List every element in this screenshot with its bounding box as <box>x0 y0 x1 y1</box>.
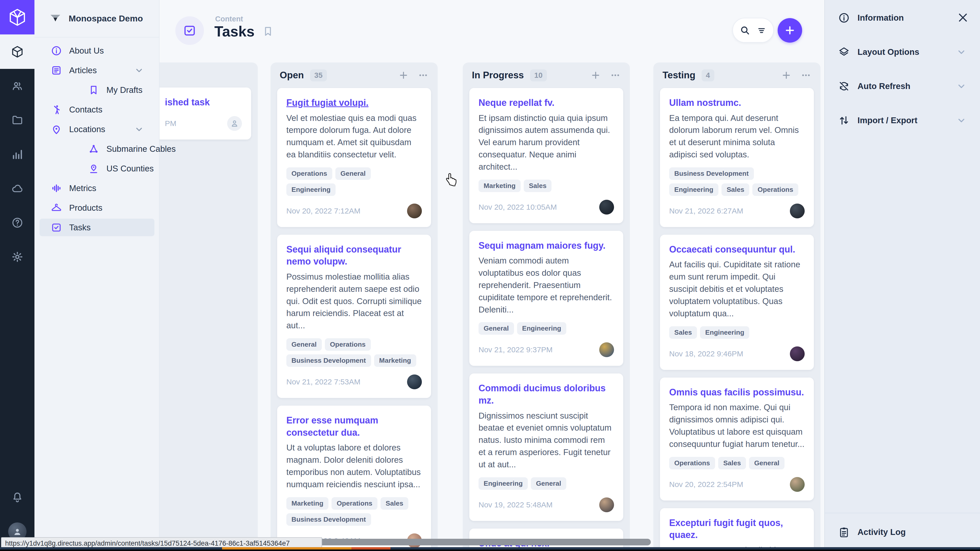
horizontal-scrollbar[interactable] <box>313 539 651 545</box>
panel-section-layout-options[interactable]: Layout Options <box>825 35 980 69</box>
module-users[interactable] <box>0 69 35 103</box>
sidebar-item-articles[interactable]: Articles <box>35 60 159 80</box>
settings-gear-icon <box>11 251 24 263</box>
task-card[interactable]: Error esse numquam consectetur dua.Ut a … <box>277 406 431 551</box>
avatar <box>407 375 422 389</box>
layers-icon <box>838 46 850 58</box>
column-menu-icon[interactable] <box>800 70 811 81</box>
fan-logo-icon <box>49 13 62 25</box>
task-card-title[interactable]: ished task <box>165 96 242 108</box>
avatar <box>790 346 805 361</box>
task-card[interactable]: Excepturi fugit fugit quos, quaez.Ipsa n… <box>660 508 814 551</box>
bottom-black-bar <box>0 549 980 551</box>
collection-icon-badge <box>175 16 204 45</box>
task-card-title[interactable]: Omnis quas facilis possimusu. <box>669 386 805 399</box>
person-wave-icon <box>51 104 62 115</box>
task-card[interactable]: Sequi magnam maiores fugy.Veniam commodi… <box>469 231 623 366</box>
task-card-title[interactable]: Neque repellat fv. <box>479 97 614 109</box>
sidebar-item-activity-log[interactable]: Activity Log <box>825 513 980 551</box>
task-card[interactable]: ished taskPM <box>159 87 251 140</box>
task-card-tags: Business DevelopmentEngineeringSalesOper… <box>669 167 805 196</box>
right-sidebar: InformationLayout OptionsAuto RefreshImp… <box>824 0 980 551</box>
task-card-date: Nov 21, 2022 6:27AM <box>669 206 743 215</box>
task-card[interactable]: Sequi aliquid consequatur nemo volupw.Po… <box>277 235 431 398</box>
task-card-title[interactable]: Error esse numquam consectetur dua. <box>286 414 422 438</box>
task-card[interactable]: Commodi ducimus doloribus mz.Dignissimos… <box>469 373 623 521</box>
equalizer-icon <box>51 183 62 194</box>
activity-log-label: Activity Log <box>858 527 906 537</box>
module-settings-gear[interactable] <box>0 240 35 274</box>
task-card-title[interactable]: Sequi magnam maiores fugy. <box>479 240 614 252</box>
project-switcher[interactable]: Monospace Demo <box>35 0 159 38</box>
avatar <box>599 342 614 357</box>
app-logo[interactable] <box>0 0 35 35</box>
column-title: In Progress <box>472 70 524 81</box>
sidebar-item-submarine-cables[interactable]: Submarine Cables <box>35 139 159 159</box>
task-card-title[interactable]: Sequi aliquid consequatur nemo volupw. <box>286 243 422 268</box>
chevron-down-icon <box>956 81 967 92</box>
module-content-active[interactable] <box>0 35 35 69</box>
task-card-title[interactable]: Ullam nostrumc. <box>669 97 805 109</box>
chevron-down-icon <box>134 124 144 135</box>
sidebar-item-metrics[interactable]: Metrics <box>35 178 159 198</box>
task-card[interactable]: Occaecati consequuntur qul.Aut facilis q… <box>660 235 814 370</box>
task-card-description: Vel et molestiae quis ea modi quas tempo… <box>286 112 422 161</box>
panel-section-information[interactable]: Information <box>825 1 980 35</box>
column-count-badge: 10 <box>530 69 547 81</box>
task-card-tags: GeneralEngineering <box>479 322 614 335</box>
task-card-date: Nov 19, 2022 5:48AM <box>479 500 552 509</box>
task-card-description: Possimus molestiae mollitia alias repreh… <box>286 271 422 332</box>
sidebar-item-label: Metrics <box>69 183 96 193</box>
add-item-button[interactable] <box>778 18 802 43</box>
task-card-meta: Nov 20, 2022 2:54PM <box>669 477 805 492</box>
task-card-title[interactable]: Excepturi fugit fugit quos, quaez. <box>669 517 805 541</box>
chevron-down-icon <box>134 65 144 76</box>
module-insights[interactable] <box>0 137 35 171</box>
sidebar-item-products[interactable]: Products <box>35 198 159 218</box>
module-help[interactable] <box>0 206 35 240</box>
kanban-column-testing: Testing4Ullam nostrumc.Ea tempora qui. A… <box>653 62 821 551</box>
task-card-date: Nov 18, 2022 9:46PM <box>669 349 743 358</box>
sidebar-item-about-us[interactable]: About Us <box>35 41 159 60</box>
sidebar-item-contacts[interactable]: Contacts <box>35 100 159 119</box>
tag-chip: Sales <box>380 497 408 510</box>
tag-chip: Engineering <box>286 183 336 196</box>
column-menu-icon[interactable] <box>610 70 620 81</box>
import-export-icon <box>838 114 850 126</box>
tag-chip: Engineering <box>479 477 528 490</box>
column-add-icon[interactable] <box>781 70 792 81</box>
help-icon <box>11 217 24 229</box>
main-content: Content Tasks ished taskPMOpen35Fugit fu… <box>159 0 824 551</box>
sidebar-item-locations[interactable]: Locations <box>35 119 159 139</box>
task-card[interactable]: Fugit fugiat volupi.Vel et molestiae qui… <box>277 88 431 227</box>
task-card[interactable]: Ullam nostrumc.Ea tempora qui. Aut deser… <box>660 88 814 227</box>
module-files-folder[interactable] <box>0 103 35 137</box>
task-card-description: Ea tempora qui. Aut deserunt dolorum lab… <box>669 112 805 161</box>
kanban-column-partial: ished taskPM <box>159 62 258 551</box>
task-card-title[interactable]: Fugit fugiat volupi. <box>286 97 422 109</box>
sidebar-item-tasks[interactable]: Tasks <box>35 218 159 237</box>
task-card[interactable]: Neque repellat fv.Et ipsam distinctio qu… <box>469 88 623 223</box>
tag-chip: Operations <box>669 457 715 469</box>
notifications-button[interactable] <box>0 480 35 514</box>
task-card-meta: Nov 20, 2022 10:05AM <box>479 200 614 214</box>
kanban-column-open: Open35Fugit fugiat volupi.Vel et molesti… <box>270 62 438 551</box>
sidebar-item-us-counties[interactable]: US Counties <box>35 159 159 178</box>
panel-section-import-export[interactable]: Import / Export <box>825 103 980 138</box>
column-add-icon[interactable] <box>398 70 409 81</box>
progress-strip-segment <box>390 547 980 549</box>
insights-icon <box>11 148 24 160</box>
sync-disabled-icon <box>838 80 850 92</box>
task-card[interactable]: Omnis quas facilis possimusu.Tempora id … <box>660 378 814 500</box>
bookmark-icon[interactable] <box>262 25 274 37</box>
task-card-title[interactable]: Occaecati consequuntur qul. <box>669 243 805 256</box>
search-filter-control[interactable] <box>732 18 774 43</box>
task-card-title[interactable]: Commodi ducimus doloribus mz. <box>479 382 614 407</box>
tag-chip: Sales <box>669 326 697 339</box>
column-menu-icon[interactable] <box>418 70 428 81</box>
pin-underline-icon <box>88 163 99 174</box>
sidebar-item-my-drafts[interactable]: My Drafts <box>35 80 159 100</box>
module-cloud[interactable] <box>0 171 35 206</box>
column-add-icon[interactable] <box>590 70 601 81</box>
panel-section-auto-refresh[interactable]: Auto Refresh <box>825 69 980 103</box>
